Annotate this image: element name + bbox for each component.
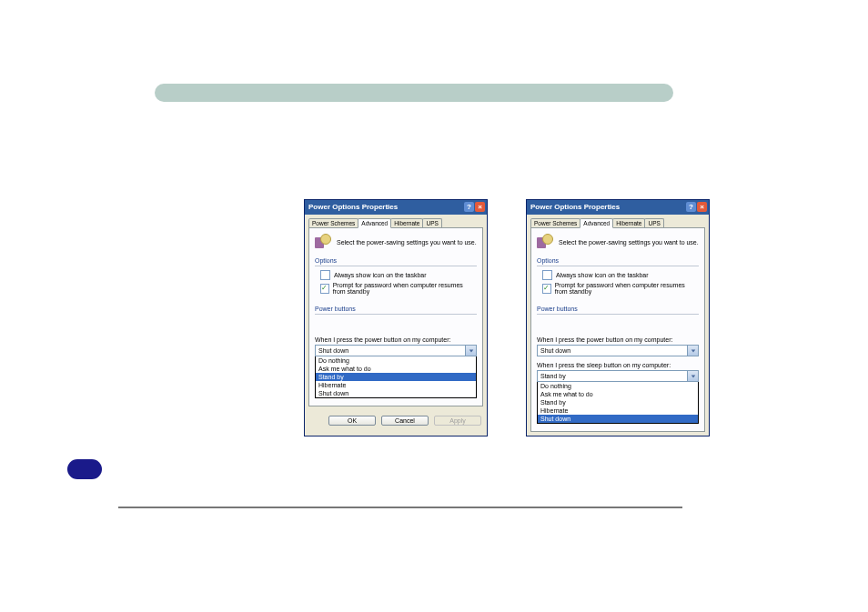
dropdown-option[interactable]: Ask me what to do — [316, 365, 476, 373]
checkbox-prompt-password[interactable]: ✓ — [542, 284, 551, 294]
footer-divider — [118, 507, 682, 508]
dialog-button-row: OK Cancel Apply — [305, 410, 487, 431]
tab-power-schemes[interactable]: Power Schemes — [530, 218, 580, 227]
power-icon — [537, 234, 553, 250]
chevron-down-icon — [691, 374, 696, 379]
ok-button[interactable]: OK — [328, 416, 376, 426]
divider — [537, 314, 699, 315]
label-power-button: When I press the power button on my comp… — [537, 336, 699, 343]
combo-power-button[interactable]: Shut down — [537, 345, 699, 356]
group-label-power-buttons: Power buttons — [537, 306, 699, 312]
label-sleep-button: When I press the sleep button on my comp… — [537, 362, 699, 368]
combo-power-button-value: Shut down — [316, 346, 465, 356]
combo-dropdown-button[interactable] — [687, 371, 698, 381]
decorative-top-bar — [155, 84, 673, 102]
panel-intro-text: Select the power-saving settings you wan… — [559, 239, 699, 246]
combo-power-button-value: Shut down — [538, 346, 687, 356]
help-button[interactable]: ? — [464, 202, 474, 212]
tab-hibernate[interactable]: Hibernate — [612, 218, 645, 227]
dropdown-option[interactable]: Do nothing — [538, 382, 698, 390]
dialogs-container: Power Options Properties ? × Power Schem… — [304, 199, 710, 436]
panel-intro-text: Select the power-saving settings you wan… — [337, 239, 477, 246]
help-button[interactable]: ? — [686, 202, 696, 212]
tabs-row: Power Schemes Advanced Hibernate UPS — [308, 218, 483, 227]
close-button[interactable]: × — [475, 202, 485, 212]
tab-hibernate[interactable]: Hibernate — [390, 218, 423, 227]
dropdown-power-button[interactable]: Do nothing Ask me what to do Stand by Hi… — [315, 356, 477, 398]
dropdown-option[interactable]: Hibernate — [538, 406, 698, 415]
tab-ups[interactable]: UPS — [422, 218, 441, 227]
combo-dropdown-button[interactable] — [465, 346, 476, 356]
combo-power-button[interactable]: Shut down — [315, 345, 477, 356]
divider — [315, 266, 477, 266]
dropdown-option[interactable]: Ask me what to do — [538, 390, 698, 398]
dropdown-option-selected[interactable]: Shut down — [538, 415, 698, 423]
checkbox-show-icon-label: Always show icon on the taskbar — [334, 272, 427, 278]
divider — [537, 266, 699, 266]
checkbox-show-icon[interactable] — [320, 270, 330, 280]
combo-sleep-button-value: Stand by — [538, 371, 687, 381]
label-power-button: When I press the power button on my comp… — [315, 336, 477, 343]
dropdown-option[interactable]: Do nothing — [316, 356, 476, 365]
dropdown-option-selected[interactable]: Stand by — [316, 373, 476, 381]
tab-ups[interactable]: UPS — [644, 218, 663, 227]
checkbox-prompt-password[interactable]: ✓ — [320, 284, 329, 294]
group-label-options: Options — [537, 257, 699, 264]
checkbox-prompt-password-label: Prompt for password when computer resume… — [333, 282, 477, 295]
apply-button: Apply — [434, 416, 481, 426]
combo-dropdown-button[interactable] — [687, 346, 698, 356]
power-icon — [315, 234, 331, 250]
close-icon: × — [700, 203, 704, 211]
tab-panel-advanced: Select the power-saving settings you wan… — [308, 227, 483, 406]
dropdown-option[interactable]: Shut down — [316, 389, 476, 397]
checkbox-show-icon[interactable] — [542, 270, 552, 280]
group-label-options: Options — [315, 257, 477, 264]
dropdown-option[interactable]: Stand by — [538, 398, 698, 406]
close-icon: × — [478, 203, 482, 211]
tab-power-schemes[interactable]: Power Schemes — [308, 218, 358, 227]
page-badge — [67, 459, 102, 479]
tabs-row: Power Schemes Advanced Hibernate UPS — [530, 218, 705, 227]
tab-advanced[interactable]: Advanced — [580, 218, 613, 228]
power-options-dialog-right: Power Options Properties ? × Power Schem… — [526, 199, 710, 436]
titlebar: Power Options Properties ? × — [527, 200, 709, 215]
power-options-dialog-left: Power Options Properties ? × Power Schem… — [304, 199, 488, 436]
close-button[interactable]: × — [697, 202, 707, 212]
divider — [315, 314, 477, 315]
checkbox-show-icon-label: Always show icon on the taskbar — [556, 272, 649, 278]
dropdown-option[interactable]: Hibernate — [316, 381, 476, 389]
titlebar: Power Options Properties ? × — [305, 200, 487, 215]
dialog-title: Power Options Properties — [530, 203, 620, 211]
cancel-button[interactable]: Cancel — [381, 416, 429, 426]
checkbox-prompt-password-label: Prompt for password when computer resume… — [555, 282, 699, 295]
tab-panel-advanced: Select the power-saving settings you wan… — [530, 227, 705, 432]
chevron-down-icon — [691, 348, 696, 354]
dialog-title: Power Options Properties — [308, 203, 398, 211]
group-label-power-buttons: Power buttons — [315, 306, 477, 312]
chevron-down-icon — [469, 348, 474, 354]
tab-advanced[interactable]: Advanced — [358, 218, 391, 228]
combo-sleep-button[interactable]: Stand by — [537, 370, 699, 382]
dropdown-sleep-button[interactable]: Do nothing Ask me what to do Stand by Hi… — [537, 382, 699, 424]
